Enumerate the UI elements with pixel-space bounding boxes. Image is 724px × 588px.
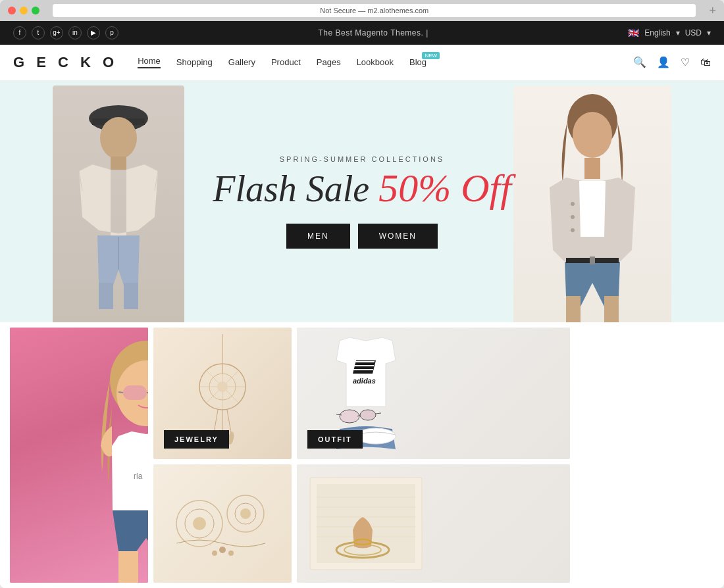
wishlist-icon[interactable]: ♡ (681, 56, 690, 68)
currency-selector[interactable]: USD (685, 28, 702, 37)
svg-point-24 (217, 381, 228, 392)
flag-icon: 🇬🇧 (628, 28, 639, 38)
browser-window: Not Secure — m2.alothemes.com + f t g+ i… (0, 0, 724, 588)
svg-point-56 (212, 551, 217, 556)
category-item4[interactable] (153, 464, 292, 583)
hero-subtitle: SPRING-SUMMER COLLECTIONS (213, 155, 511, 163)
nav-icons: 🔍 👤 ♡ 🛍 (633, 56, 711, 68)
hero-person-right (513, 86, 671, 322)
hero-person-left (53, 86, 184, 322)
svg-point-2 (100, 117, 137, 159)
cart-icon[interactable]: 🛍 (700, 57, 711, 68)
hero-content: SPRING-SUMMER COLLECTIONS Flash Sale 50%… (213, 155, 511, 249)
women-button[interactable]: women (358, 224, 438, 249)
svg-rect-11 (604, 296, 619, 322)
category-item5[interactable] (297, 464, 570, 583)
svg-point-16 (571, 228, 575, 232)
girl-background: rla (10, 328, 148, 583)
nav-home[interactable]: Home (138, 56, 161, 68)
maximize-button[interactable] (32, 7, 39, 14)
female-figure-svg (513, 86, 671, 322)
svg-line-42 (118, 392, 123, 393)
category-jewelry[interactable]: JEWELRY (153, 328, 292, 459)
item4-image (153, 464, 292, 583)
svg-rect-5 (99, 283, 113, 309)
hero-title-part1: Flash Sale (213, 168, 369, 209)
account-icon[interactable]: 👤 (657, 56, 670, 68)
svg-line-25 (214, 410, 218, 433)
svg-rect-3 (111, 157, 126, 170)
nav-pages[interactable]: Pages (317, 57, 341, 67)
svg-rect-13 (590, 257, 595, 264)
svg-rect-9 (584, 158, 600, 179)
svg-text:rla: rla (134, 472, 143, 481)
twitter-icon[interactable]: t (32, 26, 45, 39)
top-right-controls: 🇬🇧 English ▾ USD ▾ (628, 28, 711, 38)
category-girl[interactable]: rla (10, 328, 148, 583)
svg-point-33 (360, 410, 376, 420)
svg-point-54 (219, 547, 226, 553)
nav-blog[interactable]: Blog NEW (409, 57, 427, 67)
announcement-text: The Best Magento Themes. | (318, 28, 428, 37)
svg-rect-46 (118, 551, 138, 583)
address-bar[interactable]: Not Secure — m2.alothemes.com (53, 4, 696, 17)
close-button[interactable] (8, 7, 16, 14)
men-button[interactable]: men (286, 224, 350, 249)
svg-point-14 (571, 202, 575, 206)
currency-chevron: ▾ (707, 28, 711, 37)
svg-point-53 (240, 508, 251, 519)
nav-gallery[interactable]: Gallery (228, 57, 255, 67)
new-tab-button[interactable]: + (709, 4, 716, 18)
category-outfit[interactable]: adidas OUTFIT (297, 328, 570, 459)
male-figure-svg (53, 86, 184, 322)
site-logo[interactable]: G E C K O (13, 54, 118, 71)
svg-point-32 (340, 410, 359, 423)
svg-point-15 (571, 215, 575, 219)
svg-rect-6 (124, 283, 138, 309)
svg-point-55 (228, 551, 234, 556)
nav-shopping[interactable]: Shopping (176, 57, 213, 67)
main-navigation: G E C K O Home Shopping Gallery Product … (0, 45, 724, 82)
language-selector[interactable]: English (644, 28, 670, 37)
traffic-lights (8, 7, 39, 14)
new-badge: NEW (422, 52, 440, 59)
hero-section: SPRING-SUMMER COLLECTIONS Flash Sale 50%… (0, 81, 724, 322)
svg-point-8 (573, 112, 612, 158)
instagram-icon[interactable]: in (68, 26, 82, 39)
category-grid: JEWELRY adidas (0, 322, 724, 588)
url-text: Not Secure — m2.alothemes.com (320, 7, 428, 14)
jewelry-label: JEWELRY (164, 430, 229, 449)
svg-point-50 (193, 517, 206, 530)
hero-buttons: men women (213, 224, 511, 249)
social-icons: f t g+ in ▶ p (13, 26, 118, 39)
svg-line-35 (376, 413, 381, 414)
googleplus-icon[interactable]: g+ (50, 26, 63, 39)
hero-title: Flash Sale 50% Off (213, 168, 511, 208)
outfit-label: OUTFIT (307, 430, 363, 449)
pinterest-icon[interactable]: p (105, 26, 118, 39)
announcement-bar: f t g+ in ▶ p The Best Magento Themes. |… (0, 21, 724, 45)
youtube-icon[interactable]: ▶ (87, 26, 100, 39)
svg-rect-40 (123, 385, 147, 400)
facebook-icon[interactable]: f (13, 26, 26, 39)
nav-links: Home Shopping Gallery Product Pages Look… (138, 56, 633, 68)
item5-image (297, 464, 435, 583)
girl-figure: rla (10, 328, 148, 583)
svg-line-27 (227, 410, 231, 433)
browser-titlebar: Not Secure — m2.alothemes.com + (0, 0, 724, 21)
website-content: f t g+ in ▶ p The Best Magento Themes. |… (0, 21, 724, 588)
nav-product[interactable]: Product (271, 57, 301, 67)
search-icon[interactable]: 🔍 (633, 56, 646, 68)
svg-rect-10 (566, 296, 581, 322)
minimize-button[interactable] (20, 7, 28, 14)
hero-sale-text: 50% Off (378, 166, 511, 210)
nav-lookbook[interactable]: Lookbook (357, 57, 394, 67)
lang-chevron: ▾ (676, 28, 680, 37)
svg-text:adidas: adidas (353, 377, 376, 385)
